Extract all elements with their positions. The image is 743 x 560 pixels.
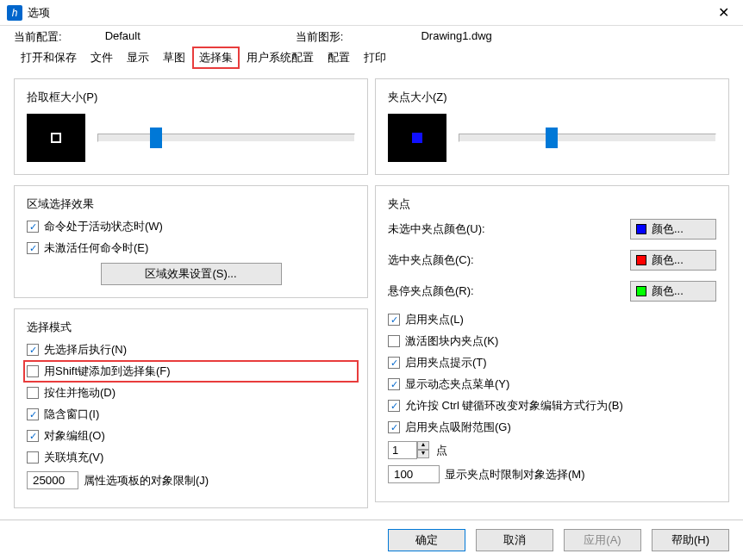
group-grips: 夹点 未选中夹点颜色(U): 颜色... 选中夹点颜色(C): 颜色... 悬停… xyxy=(375,185,729,502)
checkbox-label: 用Shift键添加到选择集(F) xyxy=(44,364,171,379)
group-region: 区域选择效果 ✓命令处于活动状态时(W) ✓未激活任何命令时(E) 区域效果设置… xyxy=(14,185,368,298)
checkbox-label: 启用夹点吸附范围(G) xyxy=(405,420,511,435)
checkbox-label: 先选择后执行(N) xyxy=(44,342,127,358)
checkbox-label: 显示动态夹点菜单(Y) xyxy=(405,376,509,392)
unselected-grip-label: 未选中夹点颜色(U): xyxy=(388,221,630,237)
checkbox-label: 隐含窗口(I) xyxy=(44,407,99,422)
color-swatch-icon xyxy=(636,286,646,296)
checkbox-assoc-hatch[interactable] xyxy=(27,451,39,464)
checkbox-ctrl-cycle[interactable]: ✓ xyxy=(388,400,400,412)
spinner-down-icon[interactable]: ▼ xyxy=(417,450,429,458)
attr-limit-input[interactable] xyxy=(27,471,78,489)
hover-grip-label: 悬停夹点颜色(R): xyxy=(388,283,630,299)
attr-limit-label: 属性选项板的对象限制(J) xyxy=(84,473,209,488)
gripsize-label: 夹点大小(Z) xyxy=(388,90,716,105)
checkbox-object-group[interactable]: ✓ xyxy=(27,430,39,442)
ok-button[interactable]: 确定 xyxy=(388,529,465,551)
drawing-label: 当前图形: xyxy=(296,29,344,45)
cancel-button[interactable]: 取消 xyxy=(476,529,553,551)
checkbox-label: 关联填充(V) xyxy=(44,450,103,465)
checkbox-press-drag[interactable] xyxy=(27,387,39,399)
grip-point-spinner[interactable]: ▲▼ xyxy=(388,441,431,459)
checkbox-label: 未激活任何命令时(E) xyxy=(44,240,148,256)
pickbox-label: 拾取框大小(P) xyxy=(27,90,355,105)
tab-open-save[interactable]: 打开和保存 xyxy=(14,47,84,69)
grips-label: 夹点 xyxy=(388,196,716,212)
checkbox-label: 命令处于活动状态时(W) xyxy=(44,219,163,234)
tab-print[interactable]: 打印 xyxy=(357,47,393,69)
grip-square-icon xyxy=(412,133,422,143)
apply-button[interactable]: 应用(A) xyxy=(564,529,641,551)
checkbox-label: 对象编组(O) xyxy=(44,428,105,444)
grip-limit-label: 显示夹点时限制对象选择(M) xyxy=(445,467,585,482)
spinner-up-icon[interactable]: ▲ xyxy=(417,441,429,450)
selmode-label: 选择模式 xyxy=(27,320,355,335)
checkbox-label: 激活图块内夹点(K) xyxy=(405,333,498,349)
highlighted-shift-option: 用Shift键添加到选择集(F) xyxy=(23,360,359,383)
pickbox-square-icon xyxy=(51,133,61,143)
gripsize-slider[interactable] xyxy=(459,134,716,142)
bottom-bar: 确定 取消 应用(A) 帮助(H) xyxy=(0,520,743,560)
tab-file[interactable]: 文件 xyxy=(84,47,120,69)
grip-point-input[interactable] xyxy=(388,441,417,459)
checkbox-active-cmd[interactable]: ✓ xyxy=(27,221,39,233)
help-button[interactable]: 帮助(H) xyxy=(652,529,729,551)
checkbox-snap-range[interactable]: ✓ xyxy=(388,421,400,433)
hover-color-button[interactable]: 颜色... xyxy=(630,281,716,302)
window-title: 选项 xyxy=(28,5,710,21)
config-label: 当前配置: xyxy=(14,29,62,45)
checkbox-block-grips[interactable] xyxy=(388,335,400,347)
tabs: 打开和保存 文件 显示 草图 选择集 用户系统配置 配置 打印 xyxy=(0,47,743,70)
tab-selection[interactable]: 选择集 xyxy=(192,47,240,69)
pickbox-slider[interactable] xyxy=(97,134,355,142)
checkbox-shift-add[interactable] xyxy=(27,365,39,377)
info-row: 当前配置: Default 当前图形: Drawing1.dwg xyxy=(0,26,743,47)
drawing-value: Drawing1.dwg xyxy=(421,29,491,45)
tab-config[interactable]: 配置 xyxy=(321,47,357,69)
checkbox-label: 允许按 Ctrl 键循环改变对象编辑方式行为(B) xyxy=(405,398,623,414)
group-gripsize: 夹点大小(Z) xyxy=(375,78,729,175)
group-pickbox: 拾取框大小(P) xyxy=(14,78,368,175)
pickbox-preview xyxy=(27,114,85,162)
checkbox-dynamic-menu[interactable]: ✓ xyxy=(388,378,400,390)
tab-user-config[interactable]: 用户系统配置 xyxy=(240,47,321,69)
selected-color-button[interactable]: 颜色... xyxy=(630,250,716,271)
checkbox-no-cmd[interactable]: ✓ xyxy=(27,242,39,254)
region-settings-button[interactable]: 区域效果设置(S)... xyxy=(101,263,282,285)
checkbox-grip-tips[interactable]: ✓ xyxy=(388,357,400,369)
config-value: Default xyxy=(105,29,140,45)
checkbox-implied-window[interactable]: ✓ xyxy=(27,408,39,420)
app-icon: h xyxy=(7,5,22,21)
gripsize-preview xyxy=(388,114,446,162)
unselected-color-button[interactable]: 颜色... xyxy=(630,219,716,240)
tab-display[interactable]: 显示 xyxy=(120,47,156,69)
slider-thumb[interactable] xyxy=(150,128,162,148)
color-swatch-icon xyxy=(636,255,646,265)
titlebar: h 选项 ✕ xyxy=(0,0,743,26)
selected-grip-label: 选中夹点颜色(C): xyxy=(388,252,630,268)
group-selection-mode: 选择模式 ✓先选择后执行(N) 用Shift键添加到选择集(F) 按住并拖动(D… xyxy=(14,308,368,508)
checkbox-label: 启用夹点提示(T) xyxy=(405,355,487,370)
grip-point-label: 点 xyxy=(436,443,447,458)
checkbox-label: 启用夹点(L) xyxy=(405,312,464,327)
color-swatch-icon xyxy=(636,224,646,234)
tab-sketch[interactable]: 草图 xyxy=(156,47,192,69)
checkbox-label: 按住并拖动(D) xyxy=(44,385,116,401)
checkbox-select-first[interactable]: ✓ xyxy=(27,344,39,356)
grip-limit-input[interactable] xyxy=(388,465,440,483)
close-icon[interactable]: ✕ xyxy=(710,0,736,26)
checkbox-enable-grips[interactable]: ✓ xyxy=(388,314,400,326)
slider-thumb[interactable] xyxy=(546,128,558,148)
region-label: 区域选择效果 xyxy=(27,196,355,212)
